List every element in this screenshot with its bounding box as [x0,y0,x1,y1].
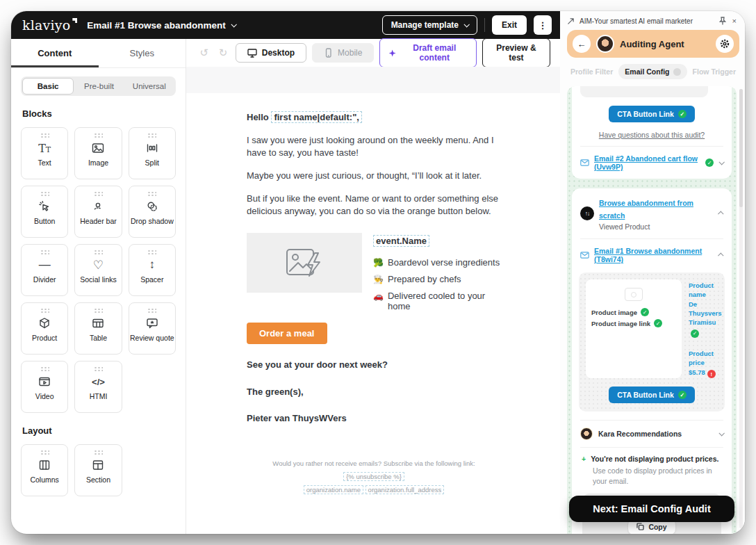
unsubscribe-variable-tag[interactable]: {% unsubscribe %} [343,472,404,481]
check-icon: ✓ [641,308,649,316]
email-greeting[interactable]: Hello first name|default:", [247,111,501,124]
cta-button-link[interactable]: CTA Button Link✓ [609,106,695,122]
block-product[interactable]: Product [21,302,68,355]
block-header-bar[interactable]: Header bar [74,186,122,238]
email-paragraph[interactable]: I saw you were just looking around on th… [247,134,501,159]
more-options-button[interactable]: ⋮ [534,15,552,35]
scrollbar-thumb[interactable] [739,89,743,207]
video-icon [38,373,51,391]
exit-button[interactable]: Exit [492,15,527,35]
block-image[interactable]: Image [74,127,122,179]
block-social-links[interactable]: ♡Social links [74,244,122,296]
recommendation-title: +You're not displaying product prices. [582,455,722,463]
product-price-label: Product price [689,349,722,368]
section-icon [91,456,105,474]
segment-universal[interactable]: Universal [124,78,174,95]
email-paragraph[interactable]: But if you like the event. Name or want … [247,193,501,218]
drag-handle-icon [94,308,103,313]
email-page[interactable]: Hello first name|default:", I saw you we… [186,93,560,534]
back-button[interactable]: ← [573,35,591,53]
block-split[interactable]: Split [129,127,176,179]
broccoli-emoji: 🥦 [373,258,384,268]
block-button[interactable]: Button [21,186,68,238]
flow-subtitle: Viewed Product [599,222,714,231]
kara-recommendations-row[interactable]: Kara Recommendations [572,421,732,447]
email-paragraph[interactable]: Maybe you were just curious, or thought,… [247,170,501,182]
audit-scroll-area[interactable]: ✓ CTA Button Link✓ Have questions about … [567,86,737,534]
layout-heading: Layout [22,425,174,436]
manage-template-button[interactable]: Manage template [382,15,477,35]
tab-profile-filter[interactable]: Profile Filter [570,67,613,76]
layout-section[interactable]: Section [74,444,122,496]
org-name-variable-tag[interactable]: organization.name [304,485,363,494]
drag-handle-icon [40,308,49,313]
preview-test-button[interactable]: Preview & test [482,38,550,67]
next-email-config-audit-button[interactable]: Next: Email Config Audit [569,496,734,522]
drag-handle-icon [40,450,49,455]
flow-title-link[interactable]: Browse abandonment from scratch [599,199,693,220]
block-video[interactable]: Video [21,361,68,413]
chevron-down-icon[interactable] [718,430,724,436]
undo-button[interactable]: ↺ [197,47,211,59]
settings-gear-icon[interactable] [716,35,734,53]
block-table[interactable]: Table [74,302,122,355]
chef-emoji: 👨‍🍳 [373,275,384,284]
abandoned-cart-row[interactable]: Email #2 Abandoned cart flow (Uvw9P) ✓ [572,147,732,179]
chevron-down-icon [231,22,236,27]
tab-styles[interactable]: Styles [99,39,186,67]
tab-flow-trigger[interactable]: Flow Trigger [693,67,736,76]
navbar-divider [484,18,485,32]
sidebar-scroll[interactable]: Blocks TTText Image Split Button Header … [11,96,186,534]
order-a-meal-button[interactable]: Order a meal [247,323,327,344]
chevron-up-icon[interactable] [718,252,723,258]
block-divider[interactable]: —Divider [21,244,68,296]
chevron-down-icon[interactable] [718,159,724,165]
block-html[interactable]: </>HTMI [74,361,122,413]
desktop-toggle-button[interactable]: Desktop [236,43,306,63]
tab-email-config[interactable]: Email Config [618,64,687,79]
segment-basic[interactable]: Basic [22,78,74,95]
redo-button[interactable]: ↻ [216,47,229,59]
blocks-grid: TTText Image Split Button Header bar Dro… [21,127,176,413]
close-icon[interactable]: × [732,17,737,25]
chevron-up-icon[interactable] [718,211,723,216]
drag-handle-icon [40,191,49,196]
feature-bullet[interactable]: 👨‍🍳Prepared by chefs [373,274,501,284]
email-footer[interactable]: Would you rather not receive emails? Sub… [247,457,501,496]
product-name-label: Product name [689,281,722,300]
template-title[interactable]: Email #1 Browse abandonment [87,20,236,31]
feature-bullet[interactable]: 🥦Boardevol verse ingredients [373,257,501,268]
panel-scrollbar[interactable] [739,89,743,528]
columns-icon [38,456,51,474]
pin-icon[interactable] [719,17,726,25]
product-name-value: De Thuysvers Tiramisu✓ [689,300,722,338]
layout-columns[interactable]: Columns [21,444,68,496]
canvas-scroll-area[interactable]: Hello first name|default:", I saw you we… [186,67,560,534]
event-name-variable-tag[interactable]: event.Name [373,235,429,247]
block-review-quote[interactable]: Review quote [129,302,176,355]
draft-email-content-button[interactable]: Draft email content [379,38,476,67]
cta-button-link[interactable]: CTA Button Link✓ [609,387,695,403]
email-signoff[interactable]: See you at your door next week? [247,359,501,371]
divider-icon: — [39,256,51,274]
drag-handle-icon [147,308,156,313]
first-name-variable-tag[interactable]: first name|default:", [271,111,361,123]
block-spacer[interactable]: ↕Spacer [129,244,176,296]
image-placeholder[interactable] [247,233,362,293]
email-signoff[interactable]: The green(s), [247,386,501,398]
header-bar-icon [91,197,105,215]
block-drop-shadow[interactable]: Drop shadow [129,186,176,238]
segment-pre-built[interactable]: Pre-built [74,78,124,95]
audit-questions-link[interactable]: Have questions about this audit? [572,122,732,146]
block-text[interactable]: TTText [21,127,68,179]
org-address-variable-tag[interactable]: organization.full_address [365,485,445,494]
mobile-toggle-button[interactable]: Mobile [312,43,374,63]
drag-handle-icon [94,250,103,254]
tab-content[interactable]: Content [11,39,99,67]
top-navbar: klaviyo Email #1 Browse abandonment Mana… [11,11,560,39]
feature-bullet[interactable]: 🚗Delivered cooled to your home [373,291,501,311]
flow-header-row[interactable]: ↑↓ Browse abandonment from scratch Viewe… [572,188,732,238]
email-signoff[interactable]: Pieter van ThuysWVers [247,412,501,425]
email1-row[interactable]: Email #1 Browse abandonment (T8wi74) [572,239,732,271]
canvas-toolbar: ↺ ↻ Desktop Mobile Draft email content P… [186,39,560,67]
